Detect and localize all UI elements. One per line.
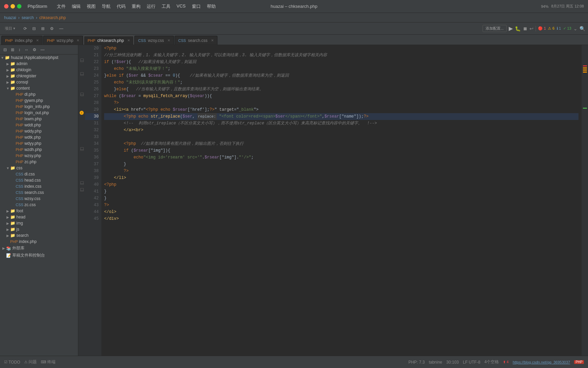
breadcrumb-project[interactable]: huazai (4, 15, 16, 20)
cursor-position: 30:103 (446, 360, 459, 365)
php-version: PHP: 7.3 (408, 360, 425, 365)
sidebar-item-dl-css[interactable]: CSS dl.css (0, 171, 78, 177)
sidebar-item-zc-css[interactable]: CSS zc.css (0, 202, 78, 208)
sidebar-item-ext-lib[interactable]: ▶ 📚 外部库 (0, 245, 78, 252)
sidebar-item-chklogin[interactable]: ▶ 📁 chklogin (0, 67, 78, 73)
titlebar-left: PhpStorm 文件 编辑 视图 导航 代码 重构 运行 工具 VCS 窗口 … (4, 3, 216, 10)
sidebar-item-wzdh-php[interactable]: PHP wzdh.php (0, 147, 78, 153)
maximize-button[interactable] (17, 4, 21, 9)
fold-marker-22[interactable]: — (80, 59, 84, 62)
menu-refactor[interactable]: 重构 (132, 3, 141, 10)
sidebar-item-chkregister[interactable]: ▶ 📁 chkregister (0, 73, 78, 79)
menu-vcs[interactable]: VCS (177, 3, 186, 10)
breadcrumb-folder[interactable]: search (21, 15, 34, 20)
sidebar-item-search-css[interactable]: CSS search.css (0, 189, 78, 196)
sidebar-item-wddy-php[interactable]: PHP wddy.php (0, 128, 78, 134)
traffic-lights[interactable] (4, 4, 21, 9)
sidebar-item-admin[interactable]: ▶ 📁 admin (0, 61, 78, 67)
tab-index-php[interactable]: PHP index.php ✕ (1, 36, 43, 45)
sidebar-minimize[interactable]: — (39, 47, 46, 53)
sidebar-item-consql[interactable]: ▶ 📁 consql (0, 79, 78, 85)
sidebar-item-js[interactable]: ▶ 📁 js (0, 226, 78, 232)
problems-btn[interactable]: ⚠ 问题 (24, 359, 37, 365)
settings-icon[interactable]: ⚙ (48, 25, 56, 32)
menu-file[interactable]: 文件 (57, 3, 66, 10)
menu-run[interactable]: 运行 (147, 3, 156, 10)
minimize-icon[interactable]: — (57, 25, 65, 32)
sidebar-item-index-css[interactable]: CSS index.css (0, 183, 78, 189)
csdn-link[interactable]: https://blog.csdn.net/qq_36953037 (513, 360, 570, 364)
tab-close-icon[interactable]: ✕ (211, 39, 214, 42)
sidebar-btn-3[interactable]: ↕ (17, 47, 22, 53)
tab-close-icon[interactable]: ✕ (77, 39, 79, 42)
sidebar-item-css[interactable]: ▼ 📁 css (0, 165, 78, 171)
menu-window[interactable]: 窗口 (192, 3, 201, 10)
close-button[interactable] (4, 4, 9, 9)
fold-marker-41[interactable]: — (80, 181, 84, 185)
php-badge: PHP (574, 360, 584, 364)
menu-edit[interactable]: 编辑 (72, 3, 81, 10)
sidebar-item-root[interactable]: ▼ 📁 huazai /Applications/phpst (0, 55, 78, 61)
expand-icon[interactable]: ⌄ (573, 26, 577, 31)
menu-view[interactable]: 视图 (87, 3, 96, 10)
sidebar-settings[interactable]: ⚙ (31, 47, 38, 53)
tab-close-icon[interactable]: ✕ (127, 39, 130, 42)
project-icon: 项目 ▾ (3, 25, 17, 32)
sidebar-item-wdyy-php[interactable]: PHP wdyy.php (0, 140, 78, 147)
sidebar-item-head[interactable]: ▶ 📁 head (0, 214, 78, 220)
fold-marker-35[interactable]: — (80, 147, 84, 151)
sidebar-item-wddt-php[interactable]: PHP wddt.php (0, 122, 78, 128)
sidebar-btn-4[interactable]: ↔ (23, 47, 30, 53)
tab-wzsy-css[interactable]: CSS wzsy.css ✕ (134, 36, 174, 45)
editor[interactable]: — — — — — — ! 20 21 22 23 24 25 26 (78, 45, 588, 356)
terminal-btn[interactable]: ⌨ 终端 (41, 359, 55, 365)
sidebar-item-drafts[interactable]: 📝 草稿文件和控制台 (0, 252, 78, 259)
sidebar-btn-2[interactable]: ⊞ (10, 47, 16, 53)
tab-wzsy-php[interactable]: PHP wzsy.php ✕ (43, 36, 83, 45)
code-area[interactable]: <?php //分三种情况做判断，1. 未输入关键字，2. 输入关键字，可以查询… (101, 45, 581, 356)
sidebar-item-head-css[interactable]: CSS head.css (0, 177, 78, 183)
sidebar-btn-1[interactable]: ⊟ (2, 47, 8, 53)
menu-help[interactable]: 帮助 (207, 3, 216, 10)
warning-bulb-30[interactable]: ! (80, 111, 84, 115)
breadcrumb-file[interactable]: chksearch.php (39, 15, 66, 20)
sidebar-item-dl-php[interactable]: PHP dl.php (0, 91, 78, 97)
todo-btn[interactable]: ☑ TODO (4, 360, 20, 365)
sidebar-item-index-php[interactable]: PHP index.php (0, 239, 78, 245)
fold-marker-42[interactable]: — (80, 188, 84, 191)
warning-badge: ⚠ 6 (548, 26, 554, 31)
run-btn[interactable]: ▶ (509, 25, 513, 32)
sidebar-item-content[interactable]: ▼ 📁 content (0, 85, 78, 91)
sidebar-item-img[interactable]: ▶ 📁 img (0, 220, 78, 226)
sync-btn[interactable]: ⟳ (21, 25, 29, 32)
titlebar-right: 94% 8月27日 周五 12:08 (541, 4, 584, 9)
sidebar-item-wzsy-php[interactable]: PHP wzsy.php (0, 153, 78, 159)
add-config-btn[interactable]: 添加配置... (483, 25, 507, 32)
sidebar-item-wdtk-php[interactable]: PHP wdtk.php (0, 134, 78, 140)
sidebar-item-foot[interactable]: ▶ 📁 foot (0, 208, 78, 214)
step-btn[interactable]: ↩ (529, 26, 534, 31)
menu-code[interactable]: 代码 (117, 3, 126, 10)
sidebar-item-login-out-php[interactable]: PHP login_out.php (0, 110, 78, 116)
menu-navigate[interactable]: 导航 (102, 3, 111, 10)
tab-close-icon[interactable]: ✕ (167, 39, 170, 42)
collapse-btn[interactable]: ⊟ (30, 25, 38, 32)
debug-btn[interactable]: 🐛 (515, 26, 521, 31)
sidebar-item-login-info-php[interactable]: PHP login_info.php (0, 104, 78, 110)
sidebar-item-lxwm-php[interactable]: PHP lxwm.php (0, 116, 78, 122)
fold-marker-27[interactable]: — (80, 93, 84, 96)
menu-tools[interactable]: 工具 (162, 3, 170, 10)
minimize-button[interactable] (11, 4, 15, 9)
expand-btn[interactable]: ⊞ (39, 25, 47, 32)
search-toolbar-btn[interactable]: 🔍 (579, 26, 585, 31)
tab-label: chksearch.php (97, 38, 124, 43)
sidebar-item-zc-php[interactable]: PHP zc.php (0, 159, 78, 165)
sidebar-item-wzsy-css[interactable]: CSS wzsy.css (0, 196, 78, 202)
tab-search-css[interactable]: CSS search.css ✕ (175, 36, 217, 45)
sidebar-item-gywm-php[interactable]: PHP gywm.php (0, 97, 78, 104)
tab-close-icon[interactable]: ✕ (36, 39, 39, 42)
fold-marker-24[interactable]: — (80, 72, 84, 76)
stop-btn[interactable]: ⏹ (523, 26, 527, 31)
tab-chksearch-php[interactable]: PHP chksearch.php ✕ (84, 36, 134, 45)
sidebar-item-search[interactable]: ▶ 📁 search (0, 232, 78, 239)
